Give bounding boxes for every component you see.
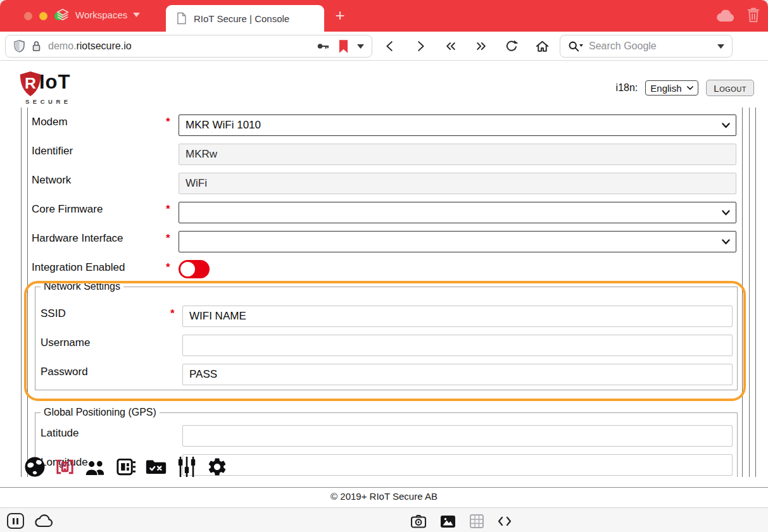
core-firmware-label: Core Firmware bbox=[32, 203, 103, 216]
content-frame-border-right-outer bbox=[755, 108, 756, 477]
home-button[interactable] bbox=[534, 39, 550, 54]
history-forward-button[interactable] bbox=[474, 39, 489, 54]
modem-select[interactable]: MKR WiFi 1010 bbox=[179, 114, 736, 136]
status-bar: Reset 100 % 18:16 bbox=[0, 507, 768, 532]
content-scrollbar-track-left[interactable] bbox=[742, 108, 743, 477]
hardware-interface-required-marker: * bbox=[166, 232, 170, 245]
tab-riot-secure-console[interactable]: RIoT Secure | Console bbox=[166, 5, 324, 32]
globe-icon[interactable] bbox=[23, 455, 46, 478]
shield-icon[interactable] bbox=[13, 40, 25, 53]
longitude-field[interactable] bbox=[182, 454, 733, 476]
url-prefix: demo. bbox=[48, 40, 76, 51]
integration-enabled-label: Integration Enabled bbox=[32, 261, 125, 274]
search-placeholder: Search Google bbox=[589, 40, 717, 52]
cloud-outline-icon[interactable] bbox=[34, 514, 54, 528]
content-scrollbar-track-right[interactable] bbox=[749, 108, 750, 477]
caret-down-icon bbox=[133, 13, 140, 17]
latitude-field[interactable] bbox=[182, 425, 733, 447]
chevron-down-icon bbox=[722, 123, 730, 128]
footer-copyright: © 2019+ RIoT Secure AB bbox=[0, 491, 768, 502]
image-icon[interactable] bbox=[439, 513, 456, 529]
language-select[interactable]: English bbox=[645, 80, 698, 96]
modem-icon-active[interactable] bbox=[54, 455, 76, 478]
integration-enabled-toggle[interactable] bbox=[179, 260, 210, 278]
window-minimize-button[interactable] bbox=[39, 12, 47, 20]
bottom-nav bbox=[23, 455, 228, 478]
layers-icon bbox=[56, 8, 70, 22]
hardware-interface-select[interactable] bbox=[179, 231, 736, 252]
logo-subtitle: SECURE bbox=[25, 98, 72, 105]
ssid-field[interactable] bbox=[182, 306, 733, 327]
back-button[interactable] bbox=[382, 39, 398, 54]
network-field bbox=[179, 173, 736, 194]
svg-text:R: R bbox=[25, 75, 36, 92]
sync-cloud-icon[interactable] bbox=[716, 9, 735, 22]
users-icon[interactable] bbox=[84, 455, 106, 478]
bookmark-caret-down-icon[interactable] bbox=[357, 44, 364, 49]
device-form: Modem * MKR WiFi 1010 Identifier Network… bbox=[28, 108, 742, 477]
reload-button[interactable] bbox=[504, 39, 519, 54]
chevron-down-icon bbox=[722, 210, 730, 216]
i18n-label: i18n: bbox=[616, 82, 638, 94]
window-titlebar: Workspaces RIoT Secure | Console + bbox=[0, 0, 768, 32]
chip-icon[interactable] bbox=[115, 455, 137, 478]
identifier-field bbox=[179, 144, 736, 165]
network-settings-fieldset: Network Settings SSID * Username Passwor… bbox=[35, 287, 738, 390]
riot-secure-logo[interactable]: R IoT SECURE bbox=[18, 71, 72, 105]
modem-select-value: MKR WiFi 1010 bbox=[186, 119, 261, 132]
gps-legend: Global Positioning (GPS) bbox=[41, 407, 160, 418]
url-domain: riotsecure.io bbox=[76, 40, 131, 51]
workspaces-menu[interactable]: Workspaces bbox=[56, 8, 140, 22]
workspaces-label: Workspaces bbox=[75, 9, 127, 20]
screenshot-camera-icon[interactable] bbox=[410, 513, 427, 529]
url-bar[interactable]: demo.riotsecure.io bbox=[5, 35, 372, 58]
ssid-required-marker: * bbox=[170, 307, 175, 320]
browser-window: Workspaces RIoT Secure | Console + bbox=[0, 0, 768, 532]
language-selected: English bbox=[650, 83, 681, 94]
modem-label: Modem bbox=[32, 116, 68, 128]
key-icon[interactable] bbox=[317, 42, 330, 51]
new-tab-button[interactable]: + bbox=[330, 5, 350, 27]
network-settings-legend: Network Settings bbox=[41, 281, 123, 292]
search-input[interactable]: Search Google bbox=[560, 35, 733, 58]
chevron-down-icon bbox=[687, 86, 693, 90]
logout-button[interactable]: Logout bbox=[706, 80, 754, 96]
username-field[interactable] bbox=[182, 335, 733, 356]
forward-button[interactable] bbox=[413, 39, 428, 54]
password-field[interactable] bbox=[182, 364, 733, 385]
tuning-sliders-icon[interactable] bbox=[175, 455, 198, 478]
page-icon bbox=[176, 12, 187, 25]
username-label: Username bbox=[41, 337, 90, 349]
hardware-interface-label: Hardware Interface bbox=[32, 232, 123, 245]
network-label: Network bbox=[32, 174, 71, 187]
settings-gear-icon[interactable] bbox=[206, 455, 228, 478]
pause-button[interactable] bbox=[7, 513, 24, 529]
browser-toolbar: demo.riotsecure.io bbox=[0, 32, 768, 61]
url-text[interactable]: demo.riotsecure.io bbox=[48, 40, 317, 52]
lock-icon[interactable] bbox=[31, 40, 42, 53]
grid-frame-icon[interactable] bbox=[469, 513, 485, 529]
trash-icon[interactable] bbox=[746, 7, 760, 23]
identifier-label: Identifier bbox=[32, 145, 73, 158]
integration-enabled-required-marker: * bbox=[166, 261, 170, 274]
footer-divider bbox=[0, 487, 768, 488]
logo-wordmark: IoT bbox=[39, 71, 71, 94]
ssid-label: SSID bbox=[41, 307, 66, 320]
tasks-folder-icon[interactable] bbox=[145, 455, 167, 478]
search-engine-caret-icon[interactable] bbox=[717, 44, 724, 49]
bookmark-icon[interactable] bbox=[339, 40, 348, 53]
history-back-button[interactable] bbox=[443, 39, 458, 54]
tab-title: RIoT Secure | Console bbox=[194, 13, 289, 24]
chevron-down-icon bbox=[722, 239, 730, 245]
search-icon bbox=[568, 40, 583, 53]
modem-required-marker: * bbox=[166, 116, 170, 128]
toggle-knob bbox=[180, 262, 195, 276]
latitude-label: Latitude bbox=[41, 427, 79, 440]
password-label: Password bbox=[41, 366, 88, 378]
content-frame-border-left-outer bbox=[21, 108, 22, 477]
window-close-button[interactable] bbox=[24, 12, 32, 20]
code-icon[interactable] bbox=[496, 513, 513, 529]
core-firmware-select[interactable] bbox=[179, 202, 736, 223]
core-firmware-required-marker: * bbox=[166, 203, 170, 216]
console-page: R IoT SECURE i18n: English Logout Modem … bbox=[0, 61, 768, 507]
